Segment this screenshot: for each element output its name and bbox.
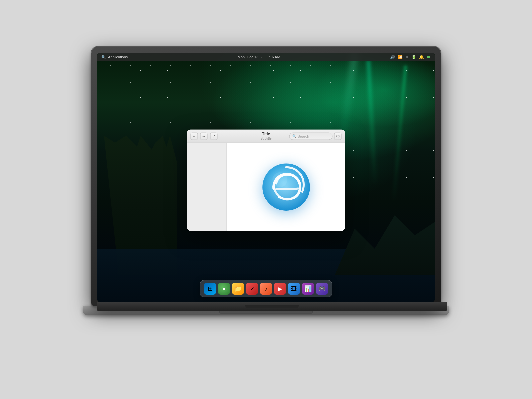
menubar-center: Mon, Dec 13 · 11:16 AM [238,55,280,59]
dock-icon-windows[interactable]: ⊞ [204,283,216,295]
laptop-mockup: 🔍 Applications Mon, Dec 13 · 11:16 AM 🔊 … [83,47,449,352]
gear-icon: ⚙ [336,134,340,139]
window-toolbar: ← → ↺ Title Subtitle 🔍 [187,130,345,143]
notification-icon[interactable]: 🔔 [419,55,424,59]
music-app-icon: ♪ [265,285,268,292]
photos-app-icon: 🖼 [291,285,297,292]
dock-icon-tasks[interactable]: ✓ [246,283,258,295]
screen-chin [97,302,447,311]
window-title-area: Title Subtitle [260,132,271,140]
dock-icon-video[interactable]: ▶ [274,283,286,295]
screen-bezel: 🔍 Applications Mon, Dec 13 · 11:16 AM 🔊 … [91,47,441,306]
app-window: ← → ↺ Title Subtitle 🔍 [187,130,345,231]
window-main [227,143,345,231]
power-icon[interactable]: ⏺ [427,55,431,59]
app1-icon: 📊 [304,285,312,292]
browser-app-icon: ● [222,285,226,292]
menubar-separator: · [261,55,262,59]
volume-icon[interactable]: 🔊 [390,55,395,59]
reload-icon: ↺ [212,134,216,138]
menubar-right: 🔊 📶 ⬆ 🔋 🔔 ⏺ [390,55,431,59]
battery-icon[interactable]: 🔋 [411,55,416,59]
video-app-icon: ▶ [278,286,282,292]
forward-button[interactable]: → [200,132,208,140]
files-app-icon: 📁 [234,285,242,292]
windows-app-icon: ⊞ [208,285,213,292]
window-sidebar [187,143,227,231]
bluetooth-icon[interactable]: ⬆ [405,55,409,59]
menubar-left: 🔍 Applications [101,55,128,59]
screen-display: 🔍 Applications Mon, Dec 13 · 11:16 AM 🔊 … [97,53,435,302]
search-box-icon: 🔍 [292,134,296,138]
menubar-apps-label[interactable]: Applications [108,55,128,59]
eos-logo [261,162,311,212]
tasks-app-icon: ✓ [250,286,254,292]
menubar-time: 11:16 AM [265,55,280,59]
back-button[interactable]: ← [191,132,198,140]
window-subtitle: Subtitle [260,136,271,140]
dock-icon-app2[interactable]: 🎮 [316,283,328,295]
dock-icon-photos[interactable]: 🖼 [288,283,300,295]
dock-icon-browser[interactable]: ● [218,283,230,295]
window-title: Title [260,132,271,136]
app2-icon: 🎮 [318,285,326,292]
dock: ⊞ ● 📁 ✓ ♪ ▶ 🖼 [200,280,332,297]
reload-button[interactable]: ↺ [210,132,218,140]
back-icon: ← [192,134,196,138]
menubar: 🔍 Applications Mon, Dec 13 · 11:16 AM 🔊 … [97,53,435,61]
dock-icon-app1[interactable]: 📊 [302,283,314,295]
search-placeholder-text: Search [298,134,309,138]
menubar-search-icon[interactable]: 🔍 [101,55,106,59]
wifi-icon[interactable]: 📶 [398,55,403,59]
menubar-date: Mon, Dec 13 [238,55,258,59]
forward-icon: → [202,134,206,138]
search-box[interactable]: 🔍 Search [289,132,332,140]
svg-point-2 [272,172,287,187]
toolbar-right: 🔍 Search ⚙ [289,132,342,140]
window-content [187,143,345,231]
gear-button[interactable]: ⚙ [334,132,342,140]
dock-icon-music[interactable]: ♪ [260,283,272,295]
dock-icon-files[interactable]: 📁 [232,283,244,295]
camera-notch [245,305,299,308]
